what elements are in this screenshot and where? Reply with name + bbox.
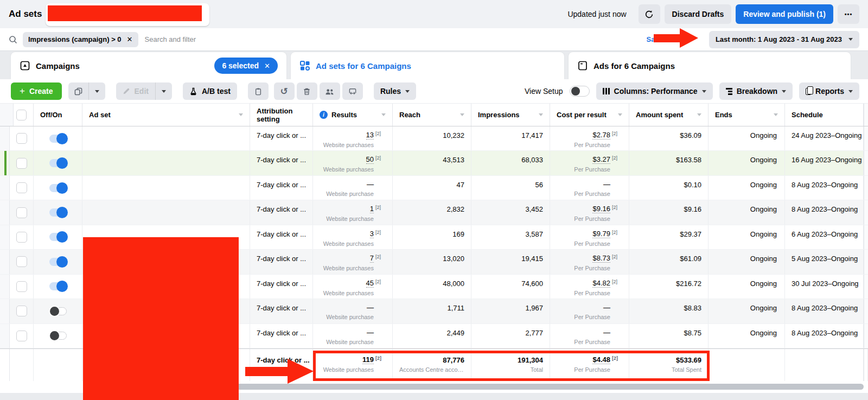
header-amount-spent[interactable]: Amount spent — [629, 104, 709, 126]
table-row[interactable]: 7-day click or ... 13[2] Website purchas… — [0, 126, 868, 151]
view-setup-toggle[interactable] — [570, 86, 590, 97]
sort-icon[interactable] — [774, 113, 778, 118]
cost-value[interactable]: $4.82 — [592, 280, 610, 288]
row-checkbox[interactable] — [16, 232, 27, 243]
adset-on-off-toggle[interactable] — [49, 282, 67, 290]
row-checkbox[interactable] — [16, 182, 27, 193]
header-impressions[interactable]: Impressions — [471, 104, 550, 126]
row-checkbox[interactable] — [16, 207, 27, 218]
adset-name-cell[interactable] — [82, 200, 250, 224]
sort-icon[interactable] — [239, 113, 243, 118]
discard-drafts-button[interactable]: Discard Drafts — [665, 4, 732, 24]
header-ad-set[interactable]: Ad set — [82, 104, 250, 126]
selected-count-label: 6 selected — [222, 61, 259, 70]
reach-value: 2,832 — [393, 200, 471, 213]
row-checkbox[interactable] — [16, 281, 27, 292]
header-schedule[interactable]: Schedule — [785, 104, 864, 126]
adset-name-cell[interactable] — [82, 176, 250, 200]
table-row[interactable]: 7-day click or ... 1[2] Website purchase… — [0, 200, 868, 225]
create-button[interactable]: + Create — [11, 82, 62, 100]
sort-icon[interactable] — [618, 113, 622, 118]
search-input[interactable] — [145, 35, 647, 43]
header-ends[interactable]: Ends — [709, 104, 785, 126]
selected-count-badge[interactable]: 6 selected ✕ — [214, 58, 278, 74]
header-attribution[interactable]: Attribution setting — [250, 104, 313, 126]
edit-menu-button[interactable] — [156, 82, 172, 100]
ends-value: Ongoing — [709, 126, 784, 139]
row-checkbox[interactable] — [16, 133, 27, 144]
results-value[interactable]: 45 — [366, 280, 374, 288]
results-value[interactable]: — — [367, 329, 374, 336]
revert-button[interactable]: ↺ — [274, 82, 295, 100]
row-checkbox[interactable] — [16, 331, 27, 341]
adset-on-off-toggle[interactable] — [49, 184, 67, 192]
ends-value: Ongoing — [709, 250, 784, 263]
results-value[interactable]: — — [367, 304, 374, 312]
rules-button[interactable]: Rules — [374, 82, 416, 100]
cost-value[interactable]: — — [603, 304, 610, 312]
adset-on-off-toggle[interactable] — [49, 258, 67, 266]
horizontal-scrollbar-thumb[interactable] — [221, 384, 864, 390]
refresh-button[interactable] — [639, 4, 660, 24]
tab-ads[interactable]: Ads for 6 Campaigns — [569, 52, 851, 79]
results-value[interactable]: 7 — [370, 255, 374, 263]
breakdown-button[interactable]: Breakdown — [719, 82, 793, 100]
results-value[interactable]: 1 — [370, 205, 374, 213]
adset-on-off-toggle[interactable] — [49, 332, 67, 340]
export-embed-button[interactable] — [342, 82, 363, 100]
header-results[interactable]: iResults — [313, 104, 393, 126]
edit-button[interactable]: Edit — [116, 82, 156, 100]
assign-people-button[interactable] — [320, 82, 340, 100]
review-publish-button[interactable]: Review and publish (1) — [736, 4, 833, 24]
amount-spent-value: $8.75 — [629, 324, 708, 337]
cost-value[interactable]: $2.78 — [592, 131, 610, 139]
sort-icon[interactable] — [381, 113, 386, 118]
cost-value[interactable]: $3.27 — [592, 156, 610, 164]
duplicate-menu-button[interactable] — [89, 82, 105, 100]
more-options-button[interactable]: ••• — [838, 4, 859, 24]
duplicate-button[interactable] — [68, 82, 89, 100]
tab-campaigns[interactable]: Campaigns 6 selected ✕ — [11, 52, 286, 79]
sort-icon[interactable] — [539, 113, 543, 118]
row-checkbox[interactable] — [16, 306, 27, 316]
adset-on-off-toggle[interactable] — [49, 135, 67, 143]
select-all-checkbox[interactable] — [16, 110, 27, 120]
adset-on-off-toggle[interactable] — [49, 159, 67, 167]
results-value[interactable]: 50 — [366, 156, 374, 164]
impressions-value: 2,777 — [471, 324, 550, 337]
cost-value[interactable]: — — [603, 329, 610, 336]
cost-value[interactable]: $8.73 — [592, 255, 610, 263]
filter-chip-close-icon[interactable]: ✕ — [127, 35, 133, 43]
date-range-selector[interactable]: Last month: 1 Aug 2023 - 31 Aug 2023 — [709, 31, 859, 48]
info-icon[interactable]: i — [320, 111, 328, 119]
impressions-value: 68,033 — [471, 151, 550, 164]
table-row[interactable]: 7-day click or ... — Website purchase 47… — [0, 176, 868, 200]
adset-on-off-toggle[interactable] — [49, 208, 67, 217]
pin-note-button[interactable] — [248, 82, 269, 100]
tab-ad-sets[interactable]: Ad sets for 6 Campaigns — [291, 52, 564, 79]
results-value[interactable]: 13 — [366, 131, 374, 139]
sort-icon[interactable] — [460, 113, 464, 118]
adset-on-off-toggle[interactable] — [49, 233, 67, 241]
header-cost-per-result[interactable]: Cost per result — [550, 104, 629, 126]
results-value[interactable]: 3 — [370, 230, 374, 238]
cost-value[interactable]: $9.79 — [592, 230, 610, 238]
header-reach[interactable]: Reach — [393, 104, 471, 126]
ab-test-button[interactable]: A/B test — [183, 82, 237, 100]
adset-name-cell[interactable] — [82, 126, 250, 150]
row-checkbox[interactable] — [16, 158, 27, 169]
table-row[interactable]: 7-day click or ... 50[2] Website purchas… — [0, 151, 868, 175]
row-checkbox[interactable] — [16, 256, 27, 267]
columns-button[interactable]: Columns: Performance — [596, 82, 713, 100]
results-value[interactable]: — — [367, 181, 374, 188]
filter-chip[interactable]: Impressions (campaign) > 0 ✕ — [23, 32, 138, 47]
ends-value: Ongoing — [709, 225, 784, 238]
adset-name-cell[interactable] — [82, 151, 250, 175]
reports-button[interactable]: Reports — [799, 82, 859, 100]
clear-selection-icon[interactable]: ✕ — [264, 62, 270, 70]
cost-value[interactable]: — — [603, 181, 610, 188]
cost-value[interactable]: $9.16 — [592, 205, 610, 213]
delete-button[interactable] — [297, 82, 317, 100]
adset-on-off-toggle[interactable] — [49, 307, 67, 315]
sort-icon[interactable] — [697, 113, 701, 118]
